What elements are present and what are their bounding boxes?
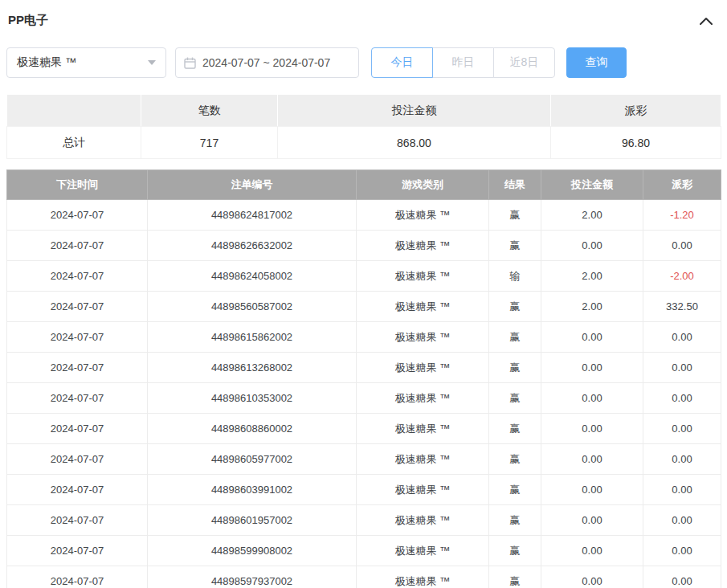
cell-result: 赢 (489, 414, 541, 444)
cell-payout: 0.00 (643, 444, 721, 475)
summary-total-bet-amount: 868.00 (278, 127, 551, 159)
cell-payout: 0.00 (643, 536, 721, 566)
summary-header-blank (7, 95, 141, 127)
table-row: 2024-07-07 44898626632002 极速糖果 ™ 赢 0.00 … (7, 231, 721, 261)
game-select-value: 极速糖果 ™ (17, 55, 76, 70)
summary-total-row: 总计 717 868.00 96.80 (7, 127, 721, 159)
cell-game-type: 极速糖果 ™ (357, 475, 489, 505)
cell-order-id: 44898613268002 (148, 353, 357, 383)
table-row: 2024-07-07 44898599908002 极速糖果 ™ 赢 0.00 … (7, 536, 721, 566)
cell-bet-amount: 0.00 (541, 383, 643, 414)
cell-result: 赢 (489, 353, 541, 383)
cell-game-type: 极速糖果 ™ (357, 383, 489, 414)
table-row: 2024-07-07 44898597937002 极速糖果 ™ 赢 0.00 … (7, 566, 721, 588)
cell-order-id: 44898626632002 (148, 231, 357, 261)
summary-header-payout: 派彩 (551, 95, 721, 127)
chevron-up-icon (700, 17, 713, 25)
cell-bet-time: 2024-07-07 (7, 383, 148, 414)
cell-bet-time: 2024-07-07 (7, 261, 148, 292)
col-header-result: 结果 (489, 170, 541, 200)
cell-game-type: 极速糖果 ™ (357, 292, 489, 322)
date-range-input[interactable]: 2024-07-07 ~ 2024-07-07 (175, 47, 359, 78)
table-row: 2024-07-07 44898615862002 极速糖果 ™ 赢 0.00 … (7, 322, 721, 353)
quick-button-1[interactable]: 昨日 (432, 47, 494, 78)
summary-total-label: 总计 (7, 127, 141, 159)
pp-electronic-panel: PP电子 极速糖果 ™ 2024-07-07 ~ 2024 (0, 0, 727, 588)
cell-order-id: 44898597937002 (148, 566, 357, 588)
quick-button-2[interactable]: 近8日 (493, 47, 555, 78)
cell-bet-amount: 0.00 (541, 322, 643, 353)
cell-game-type: 极速糖果 ™ (357, 505, 489, 536)
cell-result: 赢 (489, 505, 541, 536)
quick-date-buttons: 今日昨日近8日 (371, 47, 555, 78)
summary-header-count: 笔数 (141, 95, 278, 127)
summary-header-bet-amount: 投注金额 (278, 95, 551, 127)
table-row: 2024-07-07 44898603991002 极速糖果 ™ 赢 0.00 … (7, 475, 721, 505)
cell-bet-amount: 0.00 (541, 475, 643, 505)
cell-game-type: 极速糖果 ™ (357, 536, 489, 566)
search-button[interactable]: 查询 (566, 47, 627, 78)
cell-game-type: 极速糖果 ™ (357, 261, 489, 292)
table-row: 2024-07-07 44898608860002 极速糖果 ™ 赢 0.00 … (7, 414, 721, 444)
cell-bet-amount: 0.00 (541, 231, 643, 261)
page-title: PP电子 (8, 13, 48, 28)
col-header-game-type: 游戏类别 (357, 170, 489, 200)
bet-table: 下注时间 注单编号 游戏类别 结果 投注金额 派彩 2024-07-07 448… (6, 169, 721, 588)
summary-total-payout: 96.80 (551, 127, 721, 159)
cell-payout: 0.00 (643, 383, 721, 414)
cell-payout: 0.00 (643, 475, 721, 505)
cell-game-type: 极速糖果 ™ (357, 444, 489, 475)
cell-payout: 0.00 (643, 231, 721, 261)
cell-bet-time: 2024-07-07 (7, 536, 148, 566)
table-row: 2024-07-07 44898560587002 极速糖果 ™ 赢 2.00 … (7, 292, 721, 322)
col-header-bet-amount: 投注金额 (541, 170, 643, 200)
cell-bet-time: 2024-07-07 (7, 322, 148, 353)
cell-bet-amount: 0.00 (541, 353, 643, 383)
cell-game-type: 极速糖果 ™ (357, 322, 489, 353)
cell-game-type: 极速糖果 ™ (357, 353, 489, 383)
caret-down-icon (148, 60, 156, 65)
cell-order-id: 44898601957002 (148, 505, 357, 536)
cell-bet-time: 2024-07-07 (7, 231, 148, 261)
table-row: 2024-07-07 44898613268002 极速糖果 ™ 赢 0.00 … (7, 353, 721, 383)
panel-header: PP电子 (6, 11, 721, 28)
cell-bet-time: 2024-07-07 (7, 292, 148, 322)
cell-result: 赢 (489, 200, 541, 231)
cell-bet-amount: 0.00 (541, 444, 643, 475)
cell-game-type: 极速糖果 ™ (357, 231, 489, 261)
cell-bet-time: 2024-07-07 (7, 505, 148, 536)
collapse-button[interactable] (700, 17, 713, 25)
cell-order-id: 44898603991002 (148, 475, 357, 505)
game-select[interactable]: 极速糖果 ™ (6, 47, 166, 78)
col-header-order-id: 注单编号 (148, 170, 357, 200)
cell-order-id: 44898608860002 (148, 414, 357, 444)
cell-result: 赢 (489, 322, 541, 353)
cell-result: 赢 (489, 444, 541, 475)
cell-order-id: 44898615862002 (148, 322, 357, 353)
col-header-payout: 派彩 (643, 170, 721, 200)
summary-total-count: 717 (141, 127, 278, 159)
cell-bet-amount: 2.00 (541, 261, 643, 292)
cell-result: 赢 (489, 475, 541, 505)
col-header-bet-time: 下注时间 (7, 170, 148, 200)
cell-order-id: 44898560587002 (148, 292, 357, 322)
cell-order-id: 44898605977002 (148, 444, 357, 475)
cell-result: 赢 (489, 566, 541, 588)
filter-bar: 极速糖果 ™ 2024-07-07 ~ 2024-07-07 今日昨日近8日 查… (6, 47, 721, 78)
cell-order-id: 44898599908002 (148, 536, 357, 566)
cell-result: 赢 (489, 383, 541, 414)
cell-payout: -1.20 (643, 200, 721, 231)
cell-bet-time: 2024-07-07 (7, 566, 148, 588)
cell-order-id: 44898624817002 (148, 200, 357, 231)
table-row: 2024-07-07 44898624817002 极速糖果 ™ 赢 2.00 … (7, 200, 721, 231)
cell-bet-time: 2024-07-07 (7, 353, 148, 383)
cell-game-type: 极速糖果 ™ (357, 414, 489, 444)
cell-payout: 0.00 (643, 566, 721, 588)
cell-bet-amount: 0.00 (541, 414, 643, 444)
quick-button-0[interactable]: 今日 (371, 47, 433, 78)
calendar-icon (184, 57, 196, 69)
cell-bet-amount: 2.00 (541, 200, 643, 231)
cell-result: 赢 (489, 231, 541, 261)
cell-order-id: 44898624058002 (148, 261, 357, 292)
cell-bet-amount: 0.00 (541, 505, 643, 536)
